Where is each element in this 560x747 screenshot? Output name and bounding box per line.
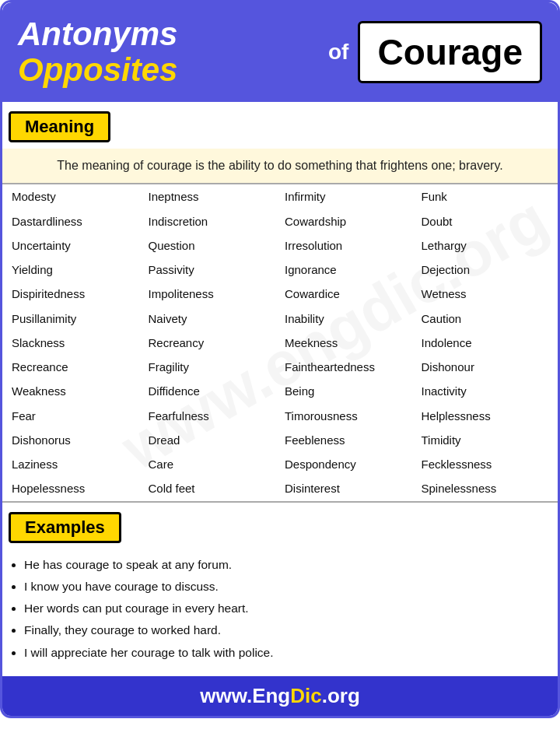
word-col-3: InfirmityCowardshipIrresolutionIgnorance… <box>280 184 417 500</box>
word-item: Cowardship <box>280 209 417 233</box>
word-item: Indiscretion <box>144 209 281 233</box>
courage-title: Courage <box>377 31 523 73</box>
example-item: I know you have courage to discuss. <box>24 577 544 595</box>
footer-www: www. <box>200 684 252 707</box>
word-item: Slackness <box>7 331 144 355</box>
footer: www.EngDic.org <box>2 676 558 716</box>
page-container: www.engdic.org Antonyms Opposites of Cou… <box>0 0 560 718</box>
word-item: Despondency <box>280 452 417 476</box>
word-item: Disinterest <box>280 476 417 500</box>
example-item: Finally, they courage to worked hard. <box>24 621 544 639</box>
example-item: He has courage to speak at any forum. <box>24 556 544 573</box>
word-item: Dread <box>144 428 281 452</box>
of-label: of <box>328 40 348 65</box>
word-item: Impoliteness <box>144 282 281 306</box>
word-item: Question <box>144 233 281 258</box>
word-item: Recreancy <box>144 331 281 355</box>
footer-org: .org <box>322 684 360 707</box>
word-item: Inability <box>280 307 417 331</box>
opposites-title: Opposites <box>18 52 319 88</box>
word-item: Dispiritedness <box>7 282 144 306</box>
word-item: Lethargy <box>417 233 554 258</box>
word-item: Hopelessness <box>7 476 144 500</box>
word-item: Helplessness <box>417 404 554 428</box>
word-item: Cowardice <box>280 282 417 306</box>
courage-box: Courage <box>358 21 542 83</box>
words-grid: ModestyDastardlinessUncertaintyYieldingD… <box>2 184 558 502</box>
word-item: Dishonorus <box>7 428 144 452</box>
word-col-4: FunkDoubtLethargyDejectionWetnessCaution… <box>417 184 554 500</box>
footer-url: www.EngDic.org <box>2 684 558 708</box>
word-item: Spinelessness <box>417 476 554 500</box>
word-item: Irresolution <box>280 233 417 258</box>
word-item: Fragility <box>144 355 281 379</box>
word-item: Indolence <box>417 331 554 355</box>
word-item: Dastardliness <box>7 209 144 233</box>
meaning-label: Meaning <box>9 111 110 142</box>
word-item: Passivity <box>144 258 281 282</box>
word-item: Fear <box>7 404 144 428</box>
word-item: Wetness <box>417 282 554 306</box>
word-item: Dishonour <box>417 355 554 379</box>
antonyms-title: Antonyms <box>18 16 319 52</box>
word-item: Ineptness <box>144 184 281 209</box>
word-item: Uncertainty <box>7 233 144 258</box>
word-item: Recreance <box>7 355 144 379</box>
word-item: Caution <box>417 307 554 331</box>
word-item: Funk <box>417 184 554 209</box>
word-col-2: IneptnessIndiscretionQuestionPassivityIm… <box>144 184 281 500</box>
meaning-section: Meaning The meaning of courage is the ab… <box>2 102 558 184</box>
footer-eng: Eng <box>252 684 290 707</box>
word-item: Timorousness <box>280 404 417 428</box>
examples-list: He has courage to speak at any forum.I k… <box>2 549 558 676</box>
header: Antonyms Opposites of Courage <box>2 2 558 102</box>
word-item: Meekness <box>280 331 417 355</box>
word-item: Weakness <box>7 379 144 403</box>
word-item: Laziness <box>7 452 144 476</box>
word-item: Doubt <box>417 209 554 233</box>
meaning-header-row: Meaning <box>2 105 558 149</box>
word-item: Naivety <box>144 307 281 331</box>
word-item: Ignorance <box>280 258 417 282</box>
examples-label: Examples <box>9 512 121 543</box>
word-item: Inactivity <box>417 379 554 403</box>
examples-header-row: Examples <box>2 506 558 549</box>
example-item: Her words can put courage in every heart… <box>24 599 544 617</box>
footer-dic: Dic <box>290 684 321 707</box>
word-item: Feebleness <box>280 428 417 452</box>
header-left: Antonyms Opposites <box>18 16 319 88</box>
word-item: Modesty <box>7 184 144 209</box>
examples-section: Examples He has courage to speak at any … <box>2 503 558 676</box>
word-item: Fearfulness <box>144 404 281 428</box>
word-col-1: ModestyDastardlinessUncertaintyYieldingD… <box>7 184 144 500</box>
word-item: Pusillanimity <box>7 307 144 331</box>
word-item: Faintheartedness <box>280 355 417 379</box>
word-item: Diffidence <box>144 379 281 403</box>
word-item: Being <box>280 379 417 403</box>
word-item: Fecklessness <box>417 452 554 476</box>
word-item: Infirmity <box>280 184 417 209</box>
example-item: I will appreciate her courage to talk wi… <box>24 644 544 661</box>
meaning-text: The meaning of courage is the ability to… <box>2 149 558 183</box>
word-item: Cold feet <box>144 476 281 500</box>
word-item: Yielding <box>7 258 144 282</box>
word-item: Care <box>144 452 281 476</box>
word-item: Timidity <box>417 428 554 452</box>
word-item: Dejection <box>417 258 554 282</box>
